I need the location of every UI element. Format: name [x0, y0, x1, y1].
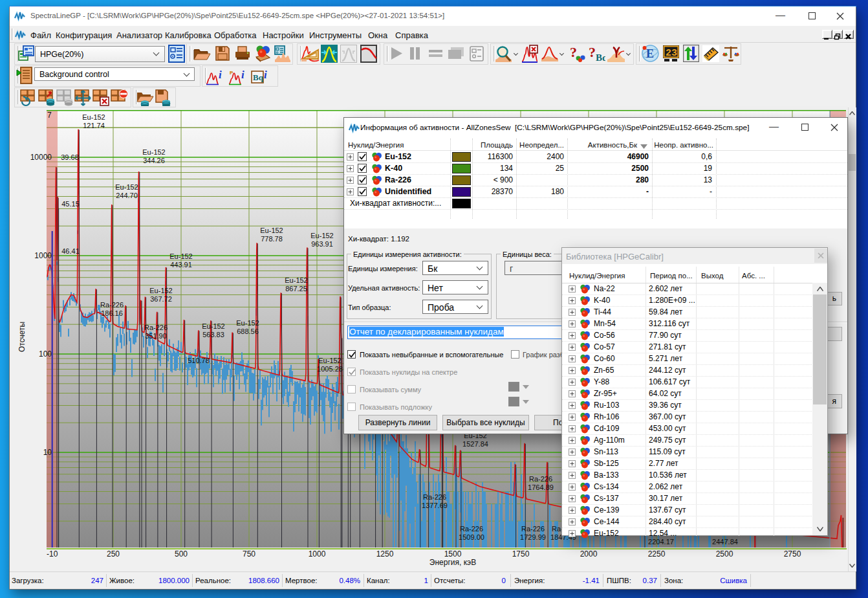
svg-text:?: ? [589, 45, 596, 60]
svg-text:i: i [241, 69, 244, 81]
svg-text:E: E [646, 47, 654, 60]
svg-text:Bq: Bq [253, 72, 264, 82]
svg-text:i: i [264, 69, 267, 81]
svg-text:?: ? [570, 45, 577, 60]
svg-text:P: P [230, 70, 233, 76]
svg-text:23: 23 [666, 48, 677, 59]
svg-text:Bq: Bq [596, 52, 605, 62]
svg-text:i: i [219, 69, 222, 81]
